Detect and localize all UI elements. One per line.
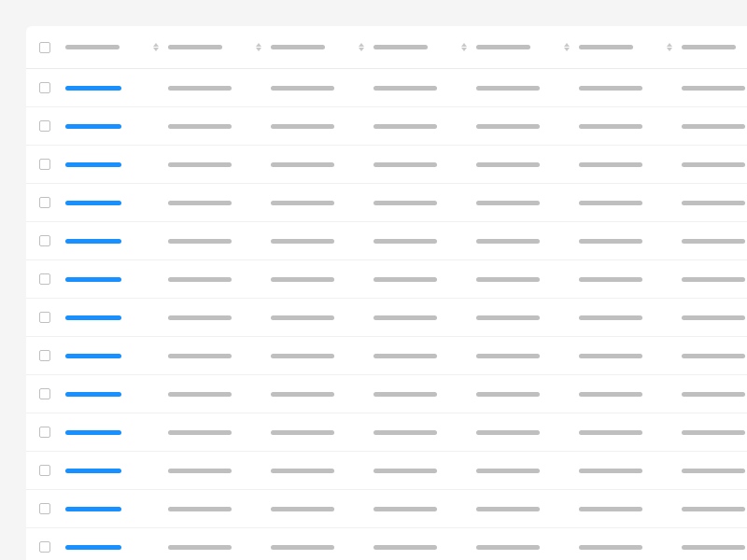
table-cell — [168, 201, 271, 205]
table-cell[interactable] — [65, 315, 168, 320]
cell-text-placeholder — [168, 201, 232, 205]
sort-icon[interactable] — [461, 43, 467, 51]
table-cell[interactable] — [65, 86, 168, 91]
cell-text-placeholder — [579, 430, 642, 435]
cell-text-placeholder — [579, 469, 642, 473]
table-cell — [682, 86, 747, 91]
cell-link-placeholder — [65, 507, 121, 511]
table-row — [26, 299, 747, 337]
sort-icon[interactable] — [667, 43, 672, 51]
row-checkbox-cell — [39, 159, 65, 170]
row-checkbox[interactable] — [39, 503, 50, 514]
cell-text-placeholder — [476, 124, 540, 129]
row-checkbox[interactable] — [39, 312, 50, 323]
column-label-placeholder — [168, 45, 222, 49]
table-cell — [271, 86, 374, 91]
cell-text-placeholder — [682, 201, 745, 205]
cell-text-placeholder — [682, 354, 745, 358]
table-cell — [682, 392, 747, 397]
table-cell — [168, 277, 271, 282]
column-header[interactable] — [168, 43, 271, 51]
sort-icon[interactable] — [153, 43, 159, 51]
table-cell[interactable] — [65, 469, 168, 473]
table-cell[interactable] — [65, 124, 168, 129]
table-cell — [682, 430, 747, 435]
cell-text-placeholder — [168, 469, 232, 473]
table-cell[interactable] — [65, 354, 168, 358]
table-cell[interactable] — [65, 201, 168, 205]
table-cell[interactable] — [65, 507, 168, 511]
cell-text-placeholder — [271, 201, 334, 205]
cell-link-placeholder — [65, 392, 121, 397]
table-cell[interactable] — [65, 430, 168, 435]
column-header[interactable] — [374, 43, 476, 51]
table-cell — [476, 545, 579, 550]
sort-icon[interactable] — [256, 43, 261, 51]
table-cell — [476, 201, 579, 205]
cell-text-placeholder — [271, 469, 334, 473]
row-checkbox[interactable] — [39, 159, 50, 170]
cell-text-placeholder — [476, 430, 540, 435]
column-label-placeholder — [65, 45, 120, 49]
cell-text-placeholder — [476, 162, 540, 167]
table-cell — [682, 239, 747, 244]
cell-text-placeholder — [168, 239, 232, 244]
table-cell[interactable] — [65, 545, 168, 550]
cell-text-placeholder — [476, 545, 540, 550]
column-header[interactable] — [682, 43, 747, 51]
row-checkbox[interactable] — [39, 427, 50, 438]
cell-text-placeholder — [271, 430, 334, 435]
row-checkbox[interactable] — [39, 273, 50, 285]
table-cell — [374, 507, 476, 511]
cell-text-placeholder — [579, 162, 642, 167]
row-checkbox[interactable] — [39, 465, 50, 476]
row-checkbox[interactable] — [39, 350, 50, 361]
table-cell — [682, 469, 747, 473]
select-all-checkbox[interactable] — [39, 42, 50, 53]
cell-link-placeholder — [65, 545, 121, 550]
cell-link-placeholder — [65, 354, 121, 358]
table-cell — [374, 430, 476, 435]
table-cell — [579, 201, 682, 205]
row-checkbox[interactable] — [39, 235, 50, 246]
table-cell — [271, 239, 374, 244]
table-cell — [168, 354, 271, 358]
table-cell[interactable] — [65, 277, 168, 282]
table-cell — [271, 201, 374, 205]
cell-text-placeholder — [168, 86, 232, 91]
table-cell — [168, 430, 271, 435]
table-cell[interactable] — [65, 392, 168, 397]
column-label-placeholder — [476, 45, 530, 49]
table-cell — [579, 239, 682, 244]
column-header[interactable] — [65, 43, 168, 51]
column-header[interactable] — [271, 43, 374, 51]
cell-text-placeholder — [374, 162, 437, 167]
cell-link-placeholder — [65, 277, 121, 282]
sort-icon[interactable] — [564, 43, 570, 51]
table-cell — [476, 354, 579, 358]
table-cell — [168, 315, 271, 320]
column-header[interactable] — [476, 43, 579, 51]
table-cell — [168, 124, 271, 129]
cell-text-placeholder — [579, 239, 642, 244]
cell-text-placeholder — [579, 392, 642, 397]
cell-text-placeholder — [579, 124, 642, 129]
column-header[interactable] — [579, 43, 682, 51]
table-cell[interactable] — [65, 239, 168, 244]
table-cell — [374, 469, 476, 473]
row-checkbox[interactable] — [39, 388, 50, 399]
row-checkbox-cell — [39, 273, 65, 285]
table-cell — [168, 86, 271, 91]
cell-link-placeholder — [65, 239, 121, 244]
sort-icon[interactable] — [359, 43, 364, 51]
table-row — [26, 528, 747, 560]
table-cell[interactable] — [65, 162, 168, 167]
row-checkbox[interactable] — [39, 82, 50, 93]
table-cell — [682, 507, 747, 511]
row-checkbox-cell — [39, 235, 65, 246]
table-row — [26, 184, 747, 222]
row-checkbox[interactable] — [39, 120, 50, 132]
row-checkbox[interactable] — [39, 197, 50, 208]
cell-text-placeholder — [271, 277, 334, 282]
row-checkbox[interactable] — [39, 541, 50, 553]
